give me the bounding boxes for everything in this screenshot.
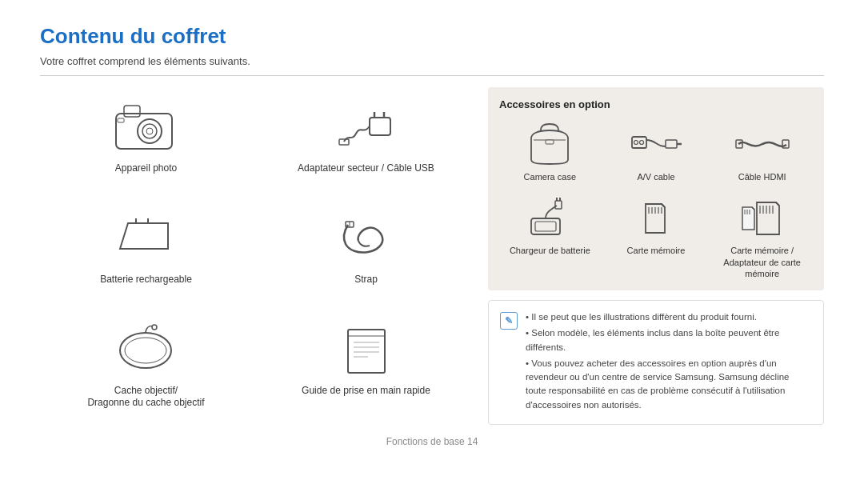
svg-point-3 xyxy=(142,124,157,138)
guide-label: Guide de prise en main rapide xyxy=(302,385,430,398)
camera-case-icon xyxy=(518,120,582,168)
notes-box: ✎ Il se peut que les illustrations diffè… xyxy=(488,300,824,425)
acc-av-cable: A/V cable xyxy=(606,120,707,182)
adapter-label: Adaptateur secteur / Câble USB xyxy=(298,162,434,175)
memory-adapter-icon xyxy=(730,194,794,242)
svg-rect-35 xyxy=(555,201,562,209)
acc-memory-adapter: Carte mémoire / Adaptateur de carte mémo… xyxy=(711,194,813,279)
item-lens-cap: Cache objectif/ Dragonne du cache object… xyxy=(40,310,252,425)
svg-rect-34 xyxy=(535,222,556,231)
camera-case-label: Camera case xyxy=(524,171,576,182)
svg-line-10 xyxy=(368,126,370,128)
svg-rect-29 xyxy=(666,140,677,148)
acc-hdmi-cable: Câble HDMI xyxy=(711,120,813,182)
svg-line-38 xyxy=(662,204,665,207)
battery-label: Batterie rechargeable xyxy=(100,274,192,286)
item-camera: Appareil photo xyxy=(40,87,252,190)
included-items-grid: Appareil photo Adaptateur xyxy=(40,87,472,425)
adapter-icon xyxy=(326,94,406,158)
main-layout: Appareil photo Adaptateur xyxy=(40,87,824,425)
accessories-title: Accessoires en option xyxy=(499,98,813,110)
camera-icon xyxy=(106,94,186,158)
camera-label: Appareil photo xyxy=(115,162,177,175)
right-section: Accessoires en option xyxy=(488,87,824,425)
note-icon: ✎ xyxy=(500,312,518,330)
lens-cap-label: Cache objectif/ Dragonne du cache object… xyxy=(87,385,204,410)
av-cable-label: A/V cable xyxy=(637,171,674,182)
svg-point-28 xyxy=(639,140,643,144)
svg-point-4 xyxy=(146,128,153,134)
acc-battery-charger: Chargeur de batterie xyxy=(499,194,601,279)
memory-card-icon xyxy=(624,194,688,242)
svg-point-16 xyxy=(125,338,166,363)
accessories-grid: Camera case xyxy=(499,120,813,279)
svg-rect-25 xyxy=(546,140,554,144)
svg-rect-1 xyxy=(124,106,140,117)
page-footer: Fonctions de base 14 xyxy=(40,436,824,447)
battery-icon xyxy=(106,205,186,269)
strap-label: Strap xyxy=(354,274,378,286)
av-cable-icon xyxy=(624,120,688,168)
battery-charger-label: Chargeur de batterie xyxy=(510,245,590,256)
svg-rect-6 xyxy=(370,118,390,135)
note-item-1: Il se peut que les illustrations diffère… xyxy=(526,310,812,324)
svg-point-17 xyxy=(152,325,157,330)
guide-icon xyxy=(326,316,406,380)
accessories-box: Accessoires en option xyxy=(488,87,824,290)
svg-point-2 xyxy=(138,119,162,143)
page-subtitle: Votre coffret comprend les éléments suiv… xyxy=(40,55,824,76)
svg-rect-5 xyxy=(118,118,124,122)
note-item-2: Selon modèle, les éléments inclus dans l… xyxy=(526,326,812,354)
memory-adapter-label: Carte mémoire / Adaptateur de carte mémo… xyxy=(723,245,801,279)
svg-rect-0 xyxy=(116,114,172,149)
acc-memory-card: Carte mémoire xyxy=(606,194,707,279)
page-title: Contenu du coffret xyxy=(40,24,824,49)
acc-camera-case: Camera case xyxy=(499,120,601,182)
svg-point-27 xyxy=(634,140,638,144)
item-adapter: Adaptateur secteur / Câble USB xyxy=(260,87,472,190)
memory-card-label: Carte mémoire xyxy=(627,245,686,256)
svg-line-44 xyxy=(776,202,779,206)
note-item-3: Vous pouvez acheter des accessoires en o… xyxy=(526,357,812,412)
item-battery: Batterie rechargeable xyxy=(40,198,252,302)
lens-cap-icon xyxy=(106,316,186,380)
strap-icon xyxy=(326,205,406,269)
svg-point-15 xyxy=(120,333,171,368)
notes-text: Il se peut que les illustrations diffère… xyxy=(526,310,812,414)
hdmi-cable-label: Câble HDMI xyxy=(738,171,786,182)
item-guide: Guide de prise en main rapide xyxy=(260,310,472,425)
item-strap: Strap xyxy=(260,198,472,302)
battery-charger-icon xyxy=(518,194,582,242)
hdmi-cable-icon xyxy=(730,120,794,168)
